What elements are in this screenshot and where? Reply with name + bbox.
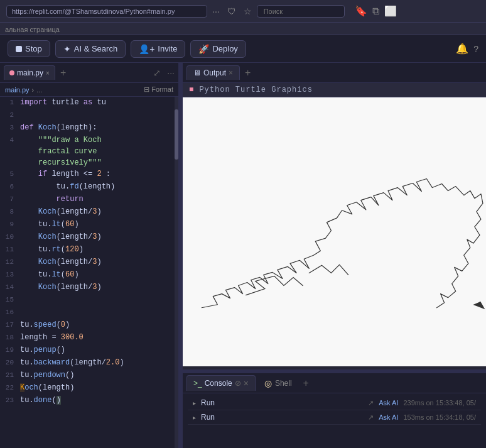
code-line-3: 3 def Koch(length): xyxy=(0,122,178,134)
sidebar-icon[interactable]: ⧉ xyxy=(372,6,379,17)
page-tab-label[interactable]: альная страница xyxy=(5,26,60,33)
code-line-22: 22 Koch(length) xyxy=(0,382,178,395)
run-label-2: Run xyxy=(201,413,215,422)
stop-label: Stop xyxy=(25,44,42,53)
ask-ai-button-2[interactable]: Ask AI xyxy=(379,413,398,421)
bookmarks-icon[interactable]: 🔖 xyxy=(355,5,367,17)
export-icon-1: ↗ xyxy=(368,399,374,407)
code-line-15: 15 xyxy=(0,294,178,307)
invite-button[interactable]: 👤+ Invite xyxy=(131,40,185,58)
close-tab-icon[interactable]: × xyxy=(46,70,50,77)
url-bar[interactable]: https://replit.com/@TShamsutdinova/Pytho… xyxy=(6,5,207,18)
expand-editor-icon[interactable]: ⤢ xyxy=(153,68,161,78)
breadcrumb-sep: › xyxy=(32,86,35,94)
graphics-area: ■ Python Turtle Graphics xyxy=(183,83,486,369)
code-line-19: 19 tu.penup() xyxy=(0,344,178,357)
editor-tab-bar: main.py × + ⤢ ··· xyxy=(0,63,178,83)
shell-icon: ◎ xyxy=(264,378,272,388)
code-line-6: 6 tu.fd(length) xyxy=(0,181,178,194)
ai-search-button[interactable]: ✦ AI & Search xyxy=(55,40,126,58)
tab-dot xyxy=(9,70,14,75)
turtle-graphics-svg xyxy=(183,97,486,366)
ask-ai-button-1[interactable]: Ask AI xyxy=(379,399,398,407)
main-layout: main.py × + ⤢ ··· main.py › ... ⊟ Format… xyxy=(0,63,486,448)
ellipsis-icon[interactable]: ··· xyxy=(212,6,220,16)
add-output-tab-button[interactable]: + xyxy=(242,65,253,81)
code-line-17: 17 tu.speed(0) xyxy=(0,319,178,332)
console-tab[interactable]: >_ Console ⊘ × xyxy=(186,375,256,391)
format-button[interactable]: ⊟ Format xyxy=(144,85,173,94)
close-output-tab-icon[interactable]: × xyxy=(229,68,233,77)
code-line-23: 23 tu.done() xyxy=(0,395,178,407)
code-line-8: 8 Koch(length/3) xyxy=(0,206,178,219)
star-icon[interactable]: ☆ xyxy=(244,6,252,16)
page-tab-bar: альная страница xyxy=(0,23,486,35)
code-line-20: 20 tu.backward(length/2.0) xyxy=(0,357,178,369)
editor-scrollbar[interactable] xyxy=(175,97,178,448)
run-row-1: ▸ Run ↗ Ask AI 239ms on 15:33:48, 05/ xyxy=(188,396,481,410)
deploy-label: Deploy xyxy=(212,44,237,53)
main-toolbar: Stop ✦ AI & Search 👤+ Invite 🚀 Deploy 🔔 … xyxy=(0,35,486,63)
code-line-13: 13 tu.lt(60) xyxy=(0,269,178,281)
run-chevron-2[interactable]: ▸ xyxy=(193,414,196,421)
svg-rect-0 xyxy=(183,137,486,327)
code-line-18: 18 length = 300.0 xyxy=(0,332,178,344)
code-line-10: 10 Koch(length/3) xyxy=(0,231,178,244)
invite-icon: 👤+ xyxy=(139,44,154,54)
browser-bar: https://replit.com/@TShamsutdinova/Pytho… xyxy=(0,0,486,23)
bell-icon[interactable]: 🔔 xyxy=(456,43,468,55)
browser-icons: ··· 🛡 ☆ xyxy=(212,6,252,16)
ai-icon: ✦ xyxy=(63,44,71,54)
scrollbar-thumb xyxy=(175,109,178,160)
console-content: ▸ Run ↗ Ask AI 239ms on 15:33:48, 05/ ▸ … xyxy=(183,393,486,448)
shell-tab-label: Shell xyxy=(275,379,292,388)
editor-panel: main.py × + ⤢ ··· main.py › ... ⊟ Format… xyxy=(0,63,179,448)
run-meta-1: 239ms on 15:33:48, 05/ xyxy=(403,399,476,407)
bottom-panel: >_ Console ⊘ × ◎ Shell + ▸ Run ↗ xyxy=(183,373,486,448)
stop-button[interactable]: Stop xyxy=(8,40,50,57)
run-chevron-1[interactable]: ▸ xyxy=(193,400,196,407)
output-tab-monitor-icon: 🖥 xyxy=(193,68,201,77)
code-line-16: 16 xyxy=(0,307,178,319)
output-tab-bar: 🖥 Output × + xyxy=(183,63,486,83)
code-line-5: 5 if length <= 2 : xyxy=(0,168,178,181)
close-console-tab-icon[interactable]: × xyxy=(244,378,249,388)
run-meta-2: 153ms on 15:34:18, 05/ xyxy=(403,413,476,421)
breadcrumb-dots: ... xyxy=(36,86,42,94)
code-editor[interactable]: 1 import turtle as tu 2 3 def Koch(lengt… xyxy=(0,97,178,448)
console-tab-label: Console xyxy=(205,379,232,388)
graphics-canvas xyxy=(183,97,486,366)
shield-icon[interactable]: 🛡 xyxy=(227,6,236,16)
bullet-icon: ■ xyxy=(189,85,194,94)
add-tab-button[interactable]: + xyxy=(58,65,68,81)
add-console-tab-button[interactable]: + xyxy=(301,375,311,391)
code-line-7: 7 return xyxy=(0,194,178,206)
code-line-1: 1 import turtle as tu xyxy=(0,97,178,109)
main-py-tab[interactable]: main.py × xyxy=(4,65,55,80)
extend-icon[interactable]: ⬜ xyxy=(384,5,397,17)
breadcrumb-file: main.py xyxy=(5,86,30,94)
console-icon: >_ xyxy=(193,379,202,388)
console-clear-icon[interactable]: ⊘ xyxy=(235,379,241,388)
code-line-9: 9 tu.lt(60) xyxy=(0,219,178,231)
editor-breadcrumb: main.py › ... ⊟ Format xyxy=(0,83,178,97)
code-line-14: 14 Koch(length/3) xyxy=(0,281,178,294)
right-panel: 🖥 Output × + ■ Python Turtle Graphics xyxy=(183,63,486,448)
invite-label: Invite xyxy=(158,44,177,53)
search-input[interactable] xyxy=(257,5,345,18)
code-line-4: 4 """draw a Koch fractal curve recursive… xyxy=(0,134,178,168)
output-tab[interactable]: 🖥 Output × xyxy=(186,65,240,80)
code-line-2: 2 xyxy=(0,109,178,122)
console-tab-bar: >_ Console ⊘ × ◎ Shell + xyxy=(183,373,486,393)
run-label-1: Run xyxy=(201,398,215,407)
format-icon: ⊟ xyxy=(144,85,149,93)
help-icon[interactable]: ? xyxy=(473,44,478,54)
editor-more-icon[interactable]: ··· xyxy=(167,68,175,78)
ai-search-label: AI & Search xyxy=(74,44,117,53)
shell-tab[interactable]: ◎ Shell xyxy=(258,376,298,391)
stop-icon xyxy=(16,46,22,52)
deploy-icon: 🚀 xyxy=(198,44,209,54)
deploy-button[interactable]: 🚀 Deploy xyxy=(190,40,246,58)
graphics-title: ■ Python Turtle Graphics xyxy=(183,83,486,97)
code-line-21: 21 tu.pendown() xyxy=(0,369,178,382)
